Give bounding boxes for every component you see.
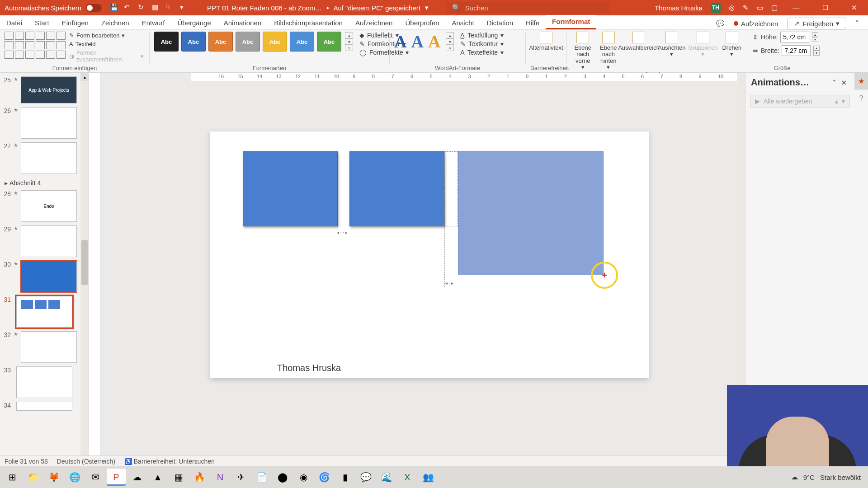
tb-excel[interactable]: X — [398, 469, 417, 486]
selection-pane-button[interactable]: Auswahlbereich — [623, 32, 655, 51]
slide-thumb-31[interactable] — [16, 296, 72, 328]
user-avatar[interactable]: TH — [711, 3, 721, 13]
minimize-button[interactable]: — — [786, 0, 807, 15]
tb-explorer[interactable]: 📁 — [24, 469, 42, 486]
text-fill-button[interactable]: A̲Textfüllung ▾ — [460, 32, 504, 39]
tb-outlook[interactable]: ✉ — [86, 469, 105, 486]
tab-uebergaenge[interactable]: Übergänge — [171, 16, 217, 29]
style-swatch-3[interactable]: Abc — [208, 32, 233, 52]
accessibility-link[interactable]: ♿ Barrierefreiheit: Untersuchen — [124, 458, 215, 465]
shape-style-gallery[interactable]: Abc Abc Abc Abc Abc Abc Abc ▴▾▿ — [154, 32, 353, 52]
tab-ueberpruefen[interactable]: Überprüfen — [399, 16, 445, 29]
width-spinner[interactable]: ▴▾ — [813, 46, 820, 56]
wordart-2[interactable]: A — [411, 32, 423, 52]
shape-rect-drawing[interactable] — [458, 151, 604, 275]
align-button[interactable]: Ausrichten▾ — [658, 32, 685, 58]
system-tray[interactable]: ☁ 9°C Stark bewölkt — [791, 473, 865, 481]
tab-datei[interactable]: Datei — [0, 16, 28, 29]
slide-panel[interactable]: 25★ App & Web Projects 26★ 27★ ▸ Abschni… — [0, 73, 89, 474]
shape-rect-2[interactable] — [349, 151, 444, 226]
slideshow-icon[interactable]: ▦ — [152, 3, 161, 12]
tb-app3[interactable]: 🔥 — [190, 469, 209, 486]
slide-thumb-25[interactable]: App & Web Projects — [21, 76, 77, 103]
style-swatch-2[interactable]: Abc — [181, 32, 206, 52]
tb-app2[interactable]: ▦ — [169, 469, 188, 486]
tab-formformat[interactable]: Formformat — [546, 15, 596, 29]
sidetab-animations[interactable]: ★ — [854, 73, 868, 90]
width-input[interactable] — [782, 45, 811, 56]
textbox-button[interactable]: ATextfeld — [68, 40, 145, 48]
wordart-1[interactable]: A — [394, 32, 406, 52]
tb-telegram[interactable]: ✈ — [231, 469, 250, 486]
tb-onenote[interactable]: N — [211, 469, 230, 486]
present-icon[interactable]: ◎ — [729, 4, 735, 12]
gallery-scroll[interactable]: ▴▾▿ — [345, 32, 353, 51]
tb-app5[interactable]: ◉ — [294, 469, 313, 486]
wordart-3[interactable]: A — [428, 32, 440, 52]
scroll-thumb[interactable] — [81, 240, 88, 285]
tb-powerpoint[interactable]: P — [107, 469, 126, 486]
style-swatch-5[interactable]: Abc — [263, 32, 287, 52]
slide-thumb-32[interactable] — [21, 331, 77, 363]
slide-canvas[interactable]: ◂ · · ▸ ◂ · ▸ Thomas Hruska — [210, 131, 649, 378]
style-swatch-4[interactable]: Abc — [236, 32, 260, 52]
qat-more-icon[interactable]: ▾ — [180, 3, 189, 12]
wordart-scroll[interactable]: ▴▾▿ — [446, 32, 454, 51]
save-icon[interactable]: 💾 — [110, 3, 119, 12]
bring-forward-button[interactable]: Ebene nach vorne▾ — [571, 32, 594, 70]
slidepanel-scrollbar[interactable]: ▴ ▾ — [80, 73, 89, 474]
rotate-button[interactable]: Drehen▾ — [721, 32, 744, 58]
comments-icon[interactable]: 💬 — [716, 19, 725, 28]
canvas-area[interactable]: 1615141312111098765432101234567891011121… — [89, 73, 745, 474]
touch-icon[interactable]: ☟ — [166, 3, 175, 12]
animpane-close-icon[interactable]: ✕ — [839, 78, 849, 88]
style-swatch-1[interactable]: Abc — [154, 32, 179, 52]
slide-thumb-27[interactable] — [21, 142, 77, 174]
author-text[interactable]: Thomas Hruska — [277, 363, 341, 373]
tb-obs[interactable]: ⬤ — [273, 469, 292, 486]
height-input[interactable] — [780, 32, 809, 42]
tab-entwurf[interactable]: Entwurf — [136, 16, 171, 29]
style-swatch-7[interactable]: Abc — [317, 32, 341, 52]
collapse-ribbon-icon[interactable]: ˅ — [855, 19, 859, 28]
tab-dictation[interactable]: Dictation — [481, 16, 519, 29]
edit-shape-button[interactable]: ✎Form bearbeiten ▾ — [68, 32, 145, 39]
redo-icon[interactable]: ↻ — [138, 3, 147, 12]
tb-vlc[interactable]: ▲ — [148, 469, 167, 486]
scroll-up-icon[interactable]: ▴ — [80, 73, 89, 81]
tab-animationen[interactable]: Animationen — [217, 16, 268, 29]
tb-chrome[interactable]: 🌐 — [65, 469, 84, 486]
maximize-button[interactable]: ☐ — [815, 0, 835, 15]
language-indicator[interactable]: Deutsch (Österreich) — [57, 458, 115, 465]
tab-start[interactable]: Start — [28, 16, 56, 29]
tab-ansicht[interactable]: Ansicht — [446, 16, 481, 29]
wordart-gallery[interactable]: A A A ▴▾▿ — [394, 32, 454, 52]
tb-app6[interactable]: 🌀 — [315, 469, 334, 486]
ribbon-opts-icon[interactable]: ▢ — [771, 4, 778, 12]
tab-zeichnen[interactable]: Zeichnen — [95, 16, 136, 29]
slide-thumb-33[interactable] — [16, 366, 72, 398]
user-name[interactable]: Thomas Hruska — [655, 4, 703, 12]
slide-thumb-30[interactable] — [21, 261, 77, 292]
record-button[interactable]: Aufzeichnen — [734, 20, 778, 28]
text-outline-button[interactable]: ✎Textkontur ▾ — [460, 40, 504, 47]
sidetab-help[interactable]: ? — [854, 90, 868, 107]
slide-thumb-34[interactable] — [16, 402, 72, 411]
send-backward-button[interactable]: Ebene nach hinten▾ — [597, 32, 620, 70]
saved-location[interactable]: Auf "diesem PC" gespeichert — [333, 4, 420, 12]
tb-app4[interactable]: 📄 — [252, 469, 271, 486]
start-button[interactable]: ⊞ — [3, 469, 22, 486]
text-effects-button[interactable]: ATexteffekte ▾ — [460, 49, 504, 56]
draw-icon[interactable]: ✎ — [743, 4, 749, 12]
tb-edge[interactable]: 🌊 — [377, 469, 396, 486]
close-button[interactable]: ✕ — [844, 0, 864, 15]
tab-hilfe[interactable]: Hilfe — [519, 16, 546, 29]
tb-teams[interactable]: 👥 — [419, 469, 438, 486]
section-header[interactable]: ▸ Abschnitt 4 — [0, 176, 89, 188]
tb-app1[interactable]: ☁ — [127, 469, 146, 486]
tb-firefox[interactable]: 🦊 — [44, 469, 63, 486]
autosave-toggle[interactable] — [86, 4, 102, 12]
undo-icon[interactable]: ↶ — [124, 3, 133, 12]
slide-thumb-26[interactable] — [21, 107, 77, 139]
title-dropdown-icon[interactable]: ▾ — [425, 4, 429, 12]
